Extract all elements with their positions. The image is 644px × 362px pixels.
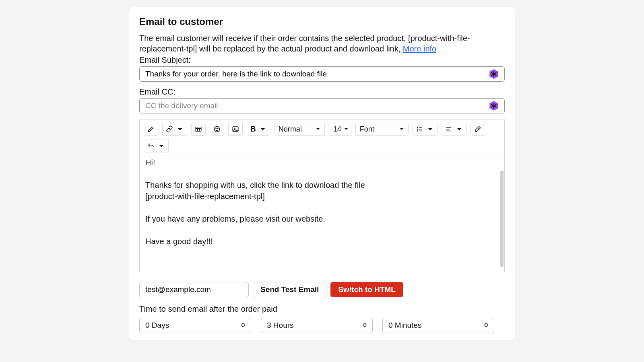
- highlight-icon: [147, 125, 155, 133]
- switch-to-html-button[interactable]: Switch to HTML: [330, 282, 403, 297]
- email-cc-label: Email CC:: [139, 87, 505, 97]
- font-family-label: Font: [360, 125, 374, 134]
- variable-picker-icon[interactable]: [489, 69, 499, 79]
- body-line: Have a good day!!!: [145, 236, 499, 247]
- undo-button[interactable]: [144, 140, 169, 152]
- bold-icon: B: [250, 125, 256, 134]
- email-subject-label: Email Subject:: [139, 56, 505, 65]
- section-description: The email customer will receive if their…: [139, 33, 505, 54]
- svg-point-14: [218, 128, 218, 129]
- align-icon: [445, 125, 452, 133]
- chevron-down-icon: [427, 125, 434, 133]
- image-icon: [232, 125, 239, 133]
- body-line: [145, 168, 499, 179]
- paragraph-style-select[interactable]: Normal: [274, 123, 325, 136]
- chevron-down-icon: [456, 125, 463, 133]
- email-subject-wrap: [139, 66, 505, 82]
- font-family-select[interactable]: Font: [355, 123, 409, 136]
- editor-scrollbar[interactable]: [500, 158, 504, 269]
- undo-icon: [147, 142, 155, 150]
- section-title: Email to customer: [139, 16, 505, 27]
- delay-label: Time to send email after the order paid: [139, 304, 505, 314]
- svg-point-17: [417, 127, 418, 128]
- svg-rect-15: [233, 127, 238, 132]
- delay-row: 0 Days 3 Hours 0 Minutes: [139, 318, 505, 333]
- image-button[interactable]: [228, 123, 243, 136]
- body-line: Thanks for shopping with us, click the l…: [145, 179, 499, 191]
- svg-point-13: [216, 128, 216, 129]
- highlight-button[interactable]: [144, 123, 158, 136]
- delay-minutes-value: 0 Minutes: [388, 321, 421, 330]
- email-to-customer-card: Email to customer The email customer wil…: [129, 7, 515, 340]
- clear-format-button[interactable]: [471, 123, 485, 136]
- list-button[interactable]: [413, 123, 438, 136]
- variable-picker-icon[interactable]: [489, 101, 499, 111]
- editor-body[interactable]: Hi! Thanks for shopping with us, click t…: [140, 156, 504, 272]
- editor-toolbar: B Normal 14 Font: [140, 119, 504, 156]
- delay-days-value: 0 Days: [145, 321, 169, 330]
- table-button[interactable]: [191, 123, 206, 136]
- link-button[interactable]: [162, 123, 187, 136]
- font-size-select[interactable]: 14: [329, 123, 351, 136]
- chevron-down-icon: [259, 125, 266, 133]
- test-email-row: Send Test Email Switch to HTML: [139, 282, 505, 297]
- svg-point-18: [417, 129, 418, 130]
- chevron-down-icon: [344, 125, 349, 134]
- emoji-button[interactable]: [210, 123, 224, 136]
- table-icon: [195, 125, 202, 133]
- more-info-link[interactable]: More info: [403, 44, 436, 53]
- body-line: [145, 224, 499, 236]
- delay-days-select[interactable]: 0 Days: [139, 318, 251, 333]
- chevron-down-icon: [316, 125, 320, 134]
- emoji-icon: [213, 125, 221, 133]
- svg-point-19: [417, 131, 418, 132]
- send-test-email-button[interactable]: Send Test Email: [253, 282, 326, 297]
- bold-button[interactable]: B: [247, 123, 270, 136]
- list-icon: [416, 125, 423, 133]
- email-subject-input[interactable]: [139, 66, 505, 82]
- svg-line-26: [477, 128, 479, 130]
- delay-hours-select[interactable]: 3 Hours: [261, 318, 373, 333]
- scrollbar-thumb[interactable]: [500, 171, 504, 267]
- test-email-input[interactable]: [139, 282, 249, 297]
- body-line: Hi!: [145, 157, 499, 168]
- body-line: If you have any problems, please visit o…: [145, 213, 499, 224]
- rich-text-editor: B Normal 14 Font: [139, 119, 505, 272]
- email-cc-wrap: [139, 98, 505, 113]
- email-cc-input[interactable]: [139, 98, 505, 113]
- font-size-label: 14: [333, 125, 341, 134]
- svg-point-12: [214, 126, 220, 132]
- link-icon: [166, 125, 173, 133]
- paragraph-style-label: Normal: [279, 125, 302, 134]
- delay-minutes-select[interactable]: 0 Minutes: [382, 318, 494, 333]
- align-button[interactable]: [442, 123, 466, 136]
- svg-rect-8: [196, 127, 201, 132]
- eraser-icon: [474, 125, 481, 133]
- chevron-down-icon: [158, 142, 165, 150]
- chevron-down-icon: [176, 125, 184, 133]
- body-line: [product-with-file-replacement-tpl]: [145, 191, 499, 202]
- delay-hours-value: 3 Hours: [267, 321, 294, 330]
- body-line: [145, 202, 499, 213]
- chevron-down-icon: [399, 125, 404, 134]
